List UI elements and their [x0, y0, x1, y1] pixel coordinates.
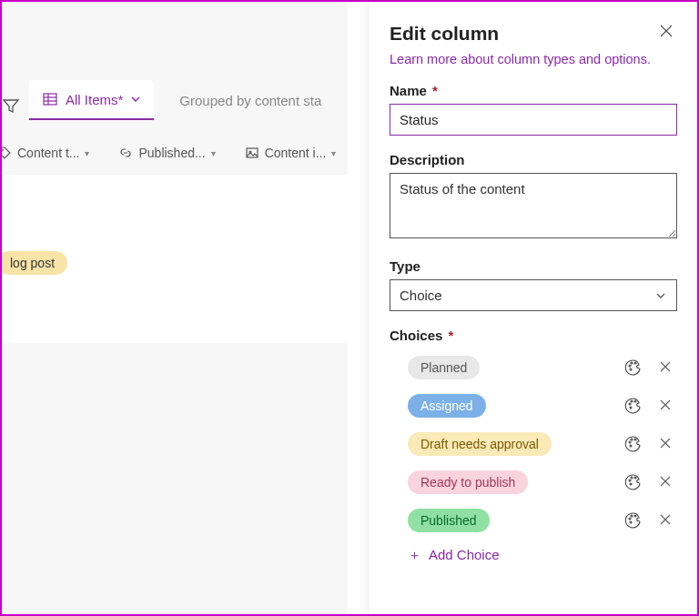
column-label: Content t... [17, 146, 79, 160]
list-icon [42, 91, 58, 107]
chevron-down-icon [130, 94, 141, 105]
description-label: Description [390, 152, 677, 167]
choice-pill[interactable]: Planned [408, 356, 480, 379]
remove-choice-button[interactable] [659, 360, 672, 376]
required-asterisk: * [449, 328, 454, 343]
svg-point-21 [629, 441, 631, 443]
tab-label: All Items* [66, 92, 123, 107]
svg-point-23 [634, 439, 636, 440]
chevron-down-icon: ▾ [211, 148, 216, 158]
choices-label-text: Choices [390, 328, 442, 343]
choice-actions [624, 473, 672, 491]
description-input[interactable] [390, 173, 677, 238]
remove-choice-button[interactable] [659, 399, 672, 414]
palette-icon[interactable] [624, 397, 643, 415]
svg-point-10 [631, 362, 633, 364]
choice-row: Planned [390, 348, 677, 387]
choice-pill[interactable]: Ready to publish [408, 470, 528, 494]
remove-choice-button[interactable] [659, 437, 672, 452]
svg-point-16 [631, 400, 633, 402]
svg-point-33 [629, 518, 631, 520]
chevron-down-icon: ▾ [85, 148, 89, 158]
choice-actions [624, 435, 672, 453]
chevron-down-icon: ▾ [331, 148, 336, 158]
grouped-by-label[interactable]: Grouped by content sta [179, 93, 321, 108]
link-icon [118, 146, 133, 160]
chevron-down-icon [654, 289, 667, 302]
column-headers: Content t... ▾ Published... ▾ Content i.… [0, 146, 336, 160]
svg-point-17 [634, 400, 636, 402]
choice-pill[interactable]: Assigned [408, 394, 486, 418]
choice-row: Published [390, 501, 677, 540]
svg-point-4 [1, 149, 3, 151]
type-field: Type Choice [390, 258, 677, 311]
remove-choice-button[interactable] [659, 475, 672, 490]
image-icon [245, 146, 259, 160]
choice-actions [624, 358, 672, 377]
list-background: All Items* Grouped by content sta Conten… [2, 2, 348, 614]
column-label: Published... [138, 146, 205, 160]
column-header-content-image[interactable]: Content i... ▾ [245, 146, 337, 160]
choice-row: Assigned [390, 387, 677, 425]
name-label-text: Name [390, 83, 427, 98]
filter-icon[interactable] [2, 96, 20, 115]
content-type-pill: log post [0, 251, 67, 275]
view-tabs: All Items* Grouped by content sta [29, 80, 321, 120]
close-button[interactable] [655, 20, 677, 46]
column-header-content-type[interactable]: Content t... ▾ [0, 146, 89, 160]
palette-icon[interactable] [624, 435, 643, 453]
name-field: Name * [390, 83, 677, 136]
remove-choice-button[interactable] [659, 513, 672, 529]
type-value: Choice [400, 288, 442, 303]
tab-all-items[interactable]: All Items* [29, 80, 154, 120]
tag-icon [0, 146, 12, 160]
palette-icon[interactable] [624, 511, 643, 530]
choices-field: Choices * PlannedAssignedDraft needs app… [390, 328, 677, 564]
svg-point-18 [630, 407, 632, 409]
plus-icon: ＋ [408, 547, 421, 562]
palette-icon[interactable] [624, 473, 643, 491]
svg-point-28 [631, 477, 633, 479]
name-label: Name * [390, 83, 677, 98]
svg-point-12 [630, 369, 632, 370]
svg-point-11 [634, 362, 636, 364]
column-header-published[interactable]: Published... ▾ [118, 146, 215, 160]
svg-point-29 [634, 477, 636, 479]
type-select[interactable]: Choice [390, 279, 677, 311]
svg-point-35 [634, 515, 636, 517]
required-asterisk: * [432, 83, 438, 98]
choice-row: Draft needs approval [390, 425, 677, 463]
learn-more-link[interactable]: Learn more about column types and option… [390, 52, 677, 66]
add-choice-label: Add Choice [429, 547, 500, 562]
svg-rect-0 [44, 94, 56, 105]
edit-column-panel: Edit column Learn more about column type… [370, 2, 697, 614]
palette-icon[interactable] [624, 358, 643, 377]
choice-actions [624, 397, 672, 415]
svg-point-22 [631, 439, 633, 440]
panel-title: Edit column [390, 23, 499, 45]
type-label: Type [390, 258, 677, 274]
choice-actions [624, 511, 672, 530]
choice-pill[interactable]: Published [408, 509, 490, 532]
close-icon [659, 24, 674, 38]
svg-rect-5 [247, 148, 258, 157]
column-label: Content i... [265, 146, 327, 160]
choices-label: Choices * [390, 328, 677, 343]
description-field: Description [390, 152, 677, 242]
choice-row: Ready to publish [390, 463, 677, 501]
name-input[interactable] [390, 104, 677, 136]
svg-point-36 [630, 521, 632, 523]
svg-point-27 [629, 480, 631, 481]
svg-point-30 [630, 483, 632, 485]
svg-point-15 [629, 403, 631, 405]
choices-list: PlannedAssignedDraft needs approvalReady… [390, 348, 677, 540]
svg-point-24 [630, 445, 632, 447]
svg-point-9 [629, 365, 631, 367]
choice-pill[interactable]: Draft needs approval [408, 432, 552, 456]
panel-header: Edit column [390, 20, 677, 46]
add-choice-button[interactable]: ＋Add Choice [408, 547, 677, 564]
svg-point-34 [631, 515, 633, 517]
